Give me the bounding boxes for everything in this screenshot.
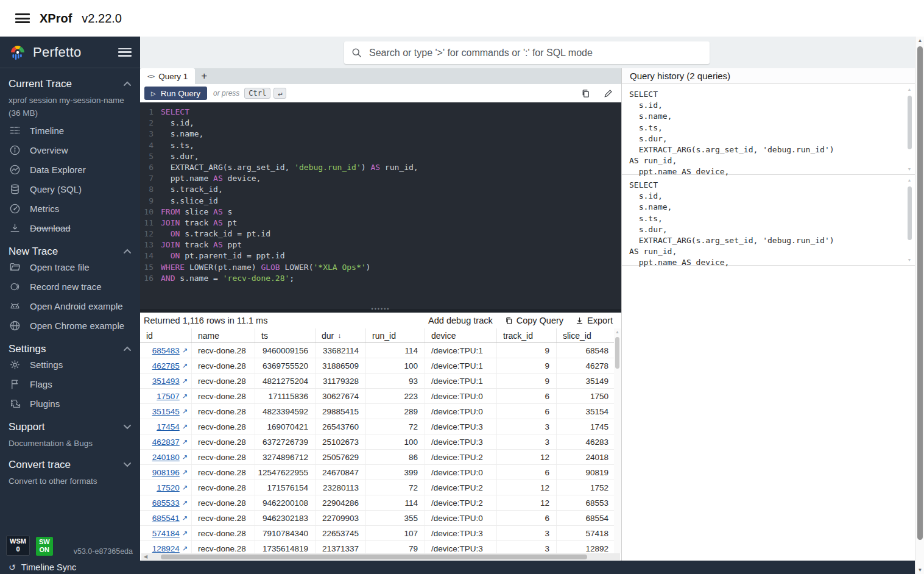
search-box[interactable] — [344, 41, 710, 64]
scroll-up-arrow-icon[interactable]: ▲ — [614, 330, 621, 334]
query-history-entry[interactable]: SELECT s.id, s.name, s.ts, s.dur, EXTRAC… — [622, 175, 915, 266]
editor-line[interactable]: 10FROM slice AS s — [140, 207, 621, 218]
cell-id[interactable]: 17454↗ — [140, 419, 191, 434]
scroll-down-arrow-icon[interactable]: ▼ — [906, 167, 912, 171]
scroll-up-arrow-icon[interactable]: ▲ — [915, 38, 924, 43]
scrollbar-thumb[interactable] — [908, 96, 912, 149]
cell-id[interactable]: 685541↗ — [140, 511, 191, 525]
cell-id[interactable]: 351493↗ — [140, 374, 191, 388]
sidebar-item-open-trace-file[interactable]: Open trace file — [9, 258, 132, 277]
editor-line[interactable]: 14 ON pt.parent_id = ppt.id — [140, 250, 621, 261]
cell-id[interactable]: 351545↗ — [140, 404, 191, 419]
column-header-device[interactable]: device — [425, 328, 496, 342]
editor-line[interactable]: 2 s.id, — [140, 118, 621, 129]
slice-id-link[interactable]: 685533 — [152, 498, 180, 508]
table-vertical-scrollbar[interactable]: ▲ — [614, 328, 621, 553]
editor-line[interactable]: 13JOIN track AS ppt — [140, 239, 621, 250]
column-header-name[interactable]: name — [191, 328, 255, 342]
sql-editor[interactable]: 1SELECT2 s.id,3 s.name,4 s.ts,5 s.dur,6 … — [140, 102, 621, 309]
scrollbar-thumb[interactable] — [908, 186, 912, 240]
scroll-up-arrow-icon[interactable]: ▲ — [906, 178, 912, 182]
slice-id-link[interactable]: 351493 — [152, 377, 180, 386]
copy-query-button[interactable]: Copy Query — [505, 316, 563, 325]
sidebar-item-plugins[interactable]: Plugins — [9, 394, 132, 414]
section-header-convert-trace[interactable]: Convert trace — [9, 459, 132, 471]
editor-line[interactable]: 1SELECT — [140, 107, 621, 118]
column-header-id[interactable]: id — [140, 328, 191, 342]
cell-id[interactable]: 17520↗ — [140, 480, 191, 495]
slice-id-link[interactable]: 908196 — [152, 468, 180, 477]
scroll-up-arrow-icon[interactable]: ▲ — [906, 87, 912, 91]
cell-id[interactable]: 574184↗ — [140, 526, 191, 540]
cell-id[interactable]: 685483↗ — [140, 343, 191, 358]
table-horizontal-scrollbar[interactable]: ◀ — [141, 553, 620, 560]
editor-line[interactable]: 9 s.slice_id — [140, 196, 621, 207]
copy-icon[interactable] — [581, 89, 590, 98]
editor-line[interactable]: 3 s.name, — [140, 129, 621, 140]
cell-id[interactable]: 128924↗ — [140, 541, 191, 553]
results-table-header[interactable]: idnametsdur↓run_iddevicetrack_idslice_id — [140, 328, 615, 343]
cell-id[interactable]: 908196↗ — [140, 465, 191, 480]
sidebar-item-record-new-trace[interactable]: Record new trace — [9, 277, 132, 297]
column-header-dur[interactable]: dur↓ — [315, 328, 365, 342]
cell-id[interactable]: 17507↗ — [140, 389, 191, 403]
slice-id-link[interactable]: 128924 — [152, 544, 180, 553]
section-header-settings[interactable]: Settings — [9, 343, 132, 355]
app-menu-icon[interactable] — [15, 13, 30, 23]
sidebar-item-settings[interactable]: Settings — [9, 355, 132, 375]
sidebar-item-data-explorer[interactable]: Data Explorer — [9, 160, 132, 180]
editor-line[interactable]: 16AND s.name = 'recv-done.28'; — [140, 273, 621, 284]
sidebar-item-open-chrome-example[interactable]: Open Chrome example — [9, 316, 132, 336]
tab-query-1[interactable]: <> Query 1 — [140, 68, 195, 84]
page-vertical-scrollbar[interactable]: ▲ ▼ — [915, 37, 924, 574]
slice-id-link[interactable]: 462785 — [152, 361, 180, 370]
scrollbar-thumb[interactable] — [161, 555, 587, 559]
entry-scrollbar[interactable]: ▲▼ — [906, 87, 912, 171]
editor-line[interactable]: 11JOIN track AS pt — [140, 218, 621, 229]
column-header-run_id[interactable]: run_id — [365, 328, 425, 342]
new-query-tab-button[interactable]: + — [195, 68, 213, 84]
sidebar-item-open-android-example[interactable]: Open Android example — [9, 297, 132, 316]
section-header-support[interactable]: Support — [9, 421, 132, 433]
entry-scrollbar[interactable]: ▲▼ — [906, 178, 912, 262]
slice-id-link[interactable]: 685483 — [152, 346, 180, 355]
sidebar-item-metrics[interactable]: Metrics — [9, 199, 132, 219]
scroll-left-arrow-icon[interactable]: ◀ — [141, 554, 150, 559]
timeline-sync-icon[interactable]: ↺ — [9, 562, 16, 572]
editor-line[interactable]: 15WHERE LOWER(pt.name) GLOB LOWER('*XLA … — [140, 262, 621, 273]
editor-line[interactable]: 5 s.dur, — [140, 151, 621, 162]
add-debug-track-button[interactable]: Add debug track — [428, 316, 493, 325]
slice-id-link[interactable]: 462837 — [152, 438, 180, 447]
scroll-down-arrow-icon[interactable]: ▼ — [915, 567, 924, 573]
slice-id-link[interactable]: 240180 — [152, 453, 180, 462]
slice-id-link[interactable]: 17520 — [157, 483, 180, 492]
editor-line[interactable]: 7 ppt.name AS device, — [140, 173, 621, 184]
omnibox-search-input[interactable] — [369, 48, 702, 58]
column-header-track_id[interactable]: track_id — [496, 328, 556, 342]
edit-pencil-icon[interactable] — [604, 89, 613, 98]
sidebar-item-download[interactable]: Download — [9, 219, 132, 238]
column-header-ts[interactable]: ts — [255, 328, 315, 342]
sidebar-item-query-sql[interactable]: Query (SQL) — [9, 180, 132, 199]
editor-line[interactable]: 6 EXTRACT_ARG(s.arg_set_id, 'debug.run_i… — [140, 162, 621, 173]
slice-id-link[interactable]: 17507 — [157, 392, 180, 401]
timeline-sync-label[interactable]: Timeline Sync — [21, 562, 77, 572]
cell-id[interactable]: 240180↗ — [140, 450, 191, 464]
cell-id[interactable]: 685533↗ — [140, 495, 191, 510]
cell-id[interactable]: 462837↗ — [140, 434, 191, 449]
section-header-new-trace[interactable]: New Trace — [9, 246, 132, 258]
sidebar-menu-icon[interactable] — [118, 48, 132, 57]
section-header-current-trace[interactable]: Current Trace — [9, 78, 132, 90]
query-history-entry[interactable]: SELECT s.id, s.name, s.ts, s.dur, EXTRAC… — [622, 84, 915, 175]
editor-line[interactable]: 8 s.track_id, — [140, 184, 621, 195]
slice-id-link[interactable]: 351545 — [152, 407, 180, 416]
run-query-button[interactable]: ▷ Run Query — [144, 87, 207, 100]
editor-line[interactable]: 4 s.ts, — [140, 140, 621, 151]
sidebar-item-flags[interactable]: Flags — [9, 375, 132, 394]
scrollbar-thumb[interactable] — [615, 337, 619, 369]
cell-id[interactable]: 462785↗ — [140, 358, 191, 373]
scroll-down-arrow-icon[interactable]: ▼ — [906, 258, 912, 262]
export-button[interactable]: Export — [576, 316, 613, 325]
editor-line[interactable]: 12 ON s.track_id = pt.id — [140, 229, 621, 239]
scrollbar-thumb[interactable] — [917, 46, 923, 540]
